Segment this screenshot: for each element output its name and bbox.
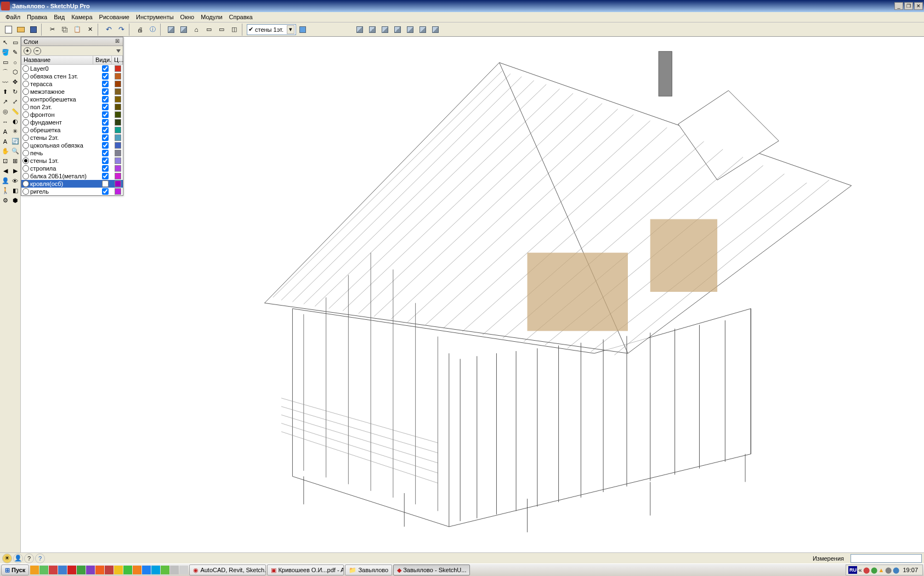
scene-button[interactable]: ◫: [228, 24, 240, 36]
arc-tool[interactable]: ⌒: [1, 67, 10, 77]
layer-visible-checkbox[interactable]: [98, 157, 113, 164]
ql-icon[interactable]: [58, 566, 67, 574]
position-camera-tool[interactable]: 👤: [1, 176, 10, 185]
layer-active-radio[interactable]: [22, 165, 29, 172]
menu-plugins[interactable]: Модули: [197, 13, 225, 21]
eraser-tool[interactable]: ▭: [10, 38, 20, 47]
layer-visible-checkbox[interactable]: [98, 150, 113, 156]
taskbar-item[interactable]: ◉ AutoCAD, Revit, Sketch...: [189, 564, 266, 575]
layer-color-swatch[interactable]: [115, 173, 121, 179]
layers-panel-title-bar[interactable]: Слои ☒: [21, 37, 123, 46]
tray-icon[interactable]: ⬤: [885, 567, 892, 574]
ql-icon[interactable]: [39, 566, 48, 574]
layer-row[interactable]: Layer0: [21, 65, 123, 72]
layer-active-radio[interactable]: [22, 127, 29, 133]
tape-tool[interactable]: 📏: [10, 107, 20, 116]
layer-active-radio[interactable]: [22, 81, 29, 87]
maximize-button[interactable]: ❐: [904, 2, 913, 10]
ql-icon[interactable]: [161, 566, 169, 574]
freehand-tool[interactable]: 〰: [1, 77, 10, 87]
offset-tool[interactable]: ◎: [1, 107, 10, 116]
ql-icon[interactable]: [30, 566, 39, 574]
line-tool[interactable]: ✎: [10, 48, 20, 57]
layer-color-swatch[interactable]: [115, 157, 121, 164]
pan-tool[interactable]: ✋: [1, 146, 10, 156]
back-button[interactable]: [404, 24, 416, 36]
layer-visible-checkbox[interactable]: [98, 173, 113, 179]
layer-row[interactable]: контробрешетка: [21, 95, 123, 103]
layer-color-swatch[interactable]: [115, 111, 121, 118]
help2-icon[interactable]: ?: [35, 554, 45, 563]
menu-draw[interactable]: Рисование: [96, 13, 133, 21]
new-button[interactable]: [2, 24, 14, 36]
layer-row[interactable]: пол 2эт.: [21, 103, 123, 111]
layers-panel[interactable]: Слои ☒ + − Название Види... Ц... Layer0о…: [21, 37, 123, 196]
layer-row[interactable]: терасса: [21, 80, 123, 88]
col-name[interactable]: Название: [21, 56, 93, 64]
left-button[interactable]: [417, 24, 429, 36]
extra-tool-1[interactable]: ⚙: [1, 196, 10, 205]
undo-button[interactable]: ↶: [103, 24, 115, 36]
tray-icon[interactable]: ⬤: [863, 567, 870, 574]
layers-panel-close-icon[interactable]: ☒: [114, 38, 121, 45]
layer-active-radio[interactable]: [22, 111, 29, 118]
taskbar-item[interactable]: ◆ Завьялово - SketchU...: [393, 564, 470, 575]
section-tool[interactable]: ◧: [10, 186, 20, 195]
layer-active-radio[interactable]: [22, 65, 29, 72]
geo-location-icon[interactable]: ☀: [2, 554, 12, 563]
ql-icon[interactable]: [142, 566, 151, 574]
menu-window[interactable]: Окно: [177, 13, 198, 21]
layer-active-radio[interactable]: [22, 73, 29, 80]
ql-icon[interactable]: [123, 566, 132, 574]
text-tool[interactable]: A: [1, 127, 10, 136]
menu-tools[interactable]: Инструменты: [133, 13, 177, 21]
front-button[interactable]: [379, 24, 391, 36]
push-tool[interactable]: ⬆: [1, 87, 10, 97]
protractor-tool[interactable]: ◐: [10, 117, 20, 126]
ql-icon[interactable]: [114, 566, 123, 574]
layer-color-swatch[interactable]: [115, 81, 121, 87]
rotate-tool[interactable]: ↻: [10, 87, 20, 97]
menu-help[interactable]: Справка: [226, 13, 256, 21]
layer-visible-checkbox[interactable]: [98, 111, 113, 118]
layer-active-radio[interactable]: [22, 150, 29, 156]
layer-dropdown[interactable]: ✔ стены 1эт. ▾: [247, 24, 296, 35]
paint-tool[interactable]: 🪣: [1, 48, 10, 57]
layer-row[interactable]: цокольная обвязка: [21, 142, 123, 149]
layer-visible-checkbox[interactable]: [98, 73, 113, 80]
layer-visible-checkbox[interactable]: [98, 134, 113, 141]
viewport[interactable]: [21, 37, 924, 552]
follow-tool[interactable]: ↗: [1, 97, 10, 106]
layer-visible-checkbox[interactable]: [98, 127, 113, 133]
col-visible[interactable]: Види...: [93, 56, 112, 64]
layer-color-swatch[interactable]: [115, 65, 121, 72]
language-indicator[interactable]: RU: [848, 566, 857, 574]
cut-button[interactable]: ✂: [46, 24, 58, 36]
layer-visible-checkbox[interactable]: [98, 188, 113, 195]
ql-icon[interactable]: [179, 566, 188, 574]
minimize-button[interactable]: _: [894, 2, 903, 10]
measurements-input[interactable]: [851, 554, 922, 563]
ql-icon[interactable]: [170, 566, 179, 574]
layer-color-swatch[interactable]: [115, 134, 121, 141]
move-tool[interactable]: ✥: [10, 77, 20, 87]
extra-tool-2[interactable]: ⬢: [10, 196, 20, 205]
taskbar-item[interactable]: 📁 Завьялово: [345, 564, 392, 575]
layer-color-swatch[interactable]: [115, 150, 121, 156]
zoom-tool[interactable]: 🔍: [10, 146, 20, 156]
layer-color-swatch[interactable]: [115, 188, 121, 195]
redo-button[interactable]: ↷: [115, 24, 127, 36]
layer-color-swatch[interactable]: [115, 142, 121, 149]
zoom-extents-tool[interactable]: ⊞: [10, 156, 20, 166]
layer-visible-checkbox[interactable]: [98, 96, 113, 103]
circle-tool[interactable]: ○: [10, 58, 20, 67]
scale-tool[interactable]: ⤢: [10, 97, 20, 106]
help-icon[interactable]: ?: [24, 554, 34, 563]
polygon-tool[interactable]: ⬡: [10, 67, 20, 77]
tray-icon[interactable]: ⬤: [893, 567, 899, 574]
layer-active-radio[interactable]: [22, 173, 29, 179]
layer-active-radio[interactable]: [22, 119, 29, 126]
layer-color-swatch[interactable]: [115, 73, 121, 80]
layer-active-radio[interactable]: [22, 157, 29, 164]
layer-row[interactable]: стропила: [21, 165, 123, 172]
